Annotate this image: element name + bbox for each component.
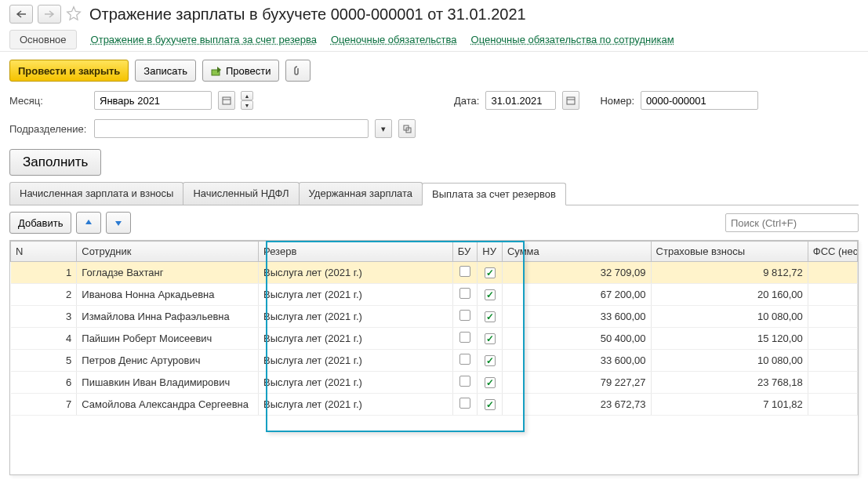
number-input[interactable] <box>641 91 758 110</box>
link-estimated-liabilities[interactable]: Оценочные обязательства <box>331 34 457 45</box>
checkbox-bu[interactable] <box>459 310 470 321</box>
cell-employee: Пайшин Роберт Моисеевич <box>77 328 259 350</box>
col-header-nu[interactable]: НУ <box>478 242 503 262</box>
cell-employee: Измайлова Инна Рафаэльевна <box>77 306 259 328</box>
cell-insurance: 10 080,00 <box>651 350 808 372</box>
link-estimated-liabilities-emp[interactable]: Оценочные обязательства по сотрудникам <box>471 34 674 45</box>
cell-bu[interactable] <box>452 350 478 372</box>
fill-button[interactable]: Заполнить <box>9 149 101 176</box>
arrow-right-icon <box>44 10 55 18</box>
cell-n: 2 <box>11 284 77 306</box>
col-header-bu[interactable]: БУ <box>452 242 478 262</box>
cell-bu[interactable] <box>452 262 478 284</box>
month-up-button[interactable]: ▲ <box>241 91 253 100</box>
move-up-button[interactable] <box>76 212 101 234</box>
cell-nu[interactable] <box>478 394 503 416</box>
col-header-fss[interactable]: ФСС (нес <box>808 242 857 262</box>
reserve-grid[interactable]: N Сотрудник Резерв БУ НУ Сумма Страховые… <box>10 241 858 416</box>
checkbox-bu[interactable] <box>459 266 470 277</box>
table-row[interactable]: 3Измайлова Инна РафаэльевнаВыслуга лет (… <box>11 306 858 328</box>
cell-employee: Гогладзе Вахтанг <box>77 262 259 284</box>
tab-withheld-salary[interactable]: Удержанная зарплата <box>299 182 423 205</box>
cell-nu[interactable] <box>478 350 503 372</box>
cell-nu[interactable] <box>478 306 503 328</box>
cell-insurance: 20 160,00 <box>651 284 808 306</box>
table-row[interactable]: 2Иванова Нонна АркадьевнаВыслуга лет (20… <box>11 284 858 306</box>
nav-forward-button[interactable] <box>38 5 61 24</box>
post-button[interactable]: Провести <box>202 60 280 82</box>
date-input[interactable] <box>485 91 556 110</box>
cell-bu[interactable] <box>452 394 478 416</box>
checkbox-nu[interactable] <box>485 289 496 300</box>
main-tab-osnovnoe[interactable]: Основное <box>9 30 77 49</box>
cell-fss <box>808 394 857 416</box>
cell-insurance: 10 080,00 <box>651 306 808 328</box>
table-row[interactable]: 7Самойлова Александра СергеевнаВыслуга л… <box>11 394 858 416</box>
col-header-insurance[interactable]: Страховые взносы <box>651 242 808 262</box>
col-header-employee[interactable]: Сотрудник <box>77 242 259 262</box>
cell-bu[interactable] <box>452 372 478 394</box>
cell-nu[interactable] <box>478 284 503 306</box>
checkbox-nu[interactable] <box>485 333 496 344</box>
link-reflection-reserve[interactable]: Отражение в бухучете выплата за счет рез… <box>91 34 317 45</box>
month-spinner[interactable]: ▲ ▼ <box>241 91 253 110</box>
department-label: Подразделение: <box>9 123 88 135</box>
cell-n: 1 <box>11 262 77 284</box>
number-label: Номер: <box>600 95 634 107</box>
add-row-button[interactable]: Добавить <box>9 212 71 234</box>
post-and-close-button[interactable]: Провести и закрыть <box>9 60 129 82</box>
checkbox-nu[interactable] <box>485 377 496 388</box>
department-open-button[interactable] <box>398 119 416 138</box>
department-dropdown-button[interactable]: ▾ <box>375 119 392 138</box>
favorite-star-icon[interactable] <box>66 5 82 24</box>
cell-sum: 67 200,00 <box>502 284 651 306</box>
cell-sum: 23 672,73 <box>502 394 651 416</box>
checkbox-bu[interactable] <box>459 398 470 409</box>
cell-bu[interactable] <box>452 306 478 328</box>
cell-reserve: Выслуга лет (2021 г.) <box>259 372 453 394</box>
tab-accrued-ndfl[interactable]: Начисленный НДФЛ <box>183 182 299 205</box>
cell-insurance: 7 101,82 <box>651 394 808 416</box>
table-row[interactable]: 5Петров Денис АртуровичВыслуга лет (2021… <box>11 350 858 372</box>
arrow-up-icon <box>84 218 93 227</box>
move-down-button[interactable] <box>106 212 131 234</box>
search-input[interactable] <box>725 213 859 232</box>
month-input[interactable] <box>94 91 212 110</box>
attach-button[interactable] <box>285 60 311 82</box>
cell-bu[interactable] <box>452 328 478 350</box>
cell-nu[interactable] <box>478 328 503 350</box>
month-down-button[interactable]: ▼ <box>241 100 253 110</box>
col-header-reserve[interactable]: Резерв <box>259 242 453 262</box>
date-calendar-button[interactable] <box>562 91 579 110</box>
checkbox-bu[interactable] <box>459 288 470 299</box>
checkbox-bu[interactable] <box>459 376 470 387</box>
col-header-sum[interactable]: Сумма <box>502 242 651 262</box>
checkbox-nu[interactable] <box>485 311 496 322</box>
tab-reserve-payment[interactable]: Выплата за счет резервов <box>422 183 566 205</box>
cell-nu[interactable] <box>478 372 503 394</box>
month-calendar-button[interactable] <box>218 91 235 110</box>
table-row[interactable]: 4Пайшин Роберт МоисеевичВыслуга лет (202… <box>11 328 858 350</box>
cell-sum: 32 709,09 <box>502 262 651 284</box>
svg-rect-3 <box>567 97 575 104</box>
checkbox-nu[interactable] <box>485 355 496 366</box>
tab-accrued-salary[interactable]: Начисленная зарплата и взносы <box>9 182 183 205</box>
cell-fss <box>808 262 857 284</box>
table-row[interactable]: 6Пишавкин Иван ВладимировичВыслуга лет (… <box>11 372 858 394</box>
cell-employee: Иванова Нонна Аркадьевна <box>77 284 259 306</box>
checkbox-nu[interactable] <box>485 399 496 410</box>
paperclip-icon <box>292 65 303 76</box>
cell-bu[interactable] <box>452 284 478 306</box>
checkbox-nu[interactable] <box>485 267 496 278</box>
cell-n: 3 <box>11 306 77 328</box>
save-button[interactable]: Записать <box>135 60 196 82</box>
cell-n: 4 <box>11 328 77 350</box>
checkbox-bu[interactable] <box>459 354 470 365</box>
department-input[interactable] <box>94 119 369 138</box>
table-row[interactable]: 1Гогладзе ВахтангВыслуга лет (2021 г.)32… <box>11 262 858 284</box>
checkbox-bu[interactable] <box>459 332 470 343</box>
cell-insurance: 15 120,00 <box>651 328 808 350</box>
col-header-n[interactable]: N <box>11 242 77 262</box>
cell-nu[interactable] <box>478 262 503 284</box>
nav-back-button[interactable] <box>9 5 33 24</box>
